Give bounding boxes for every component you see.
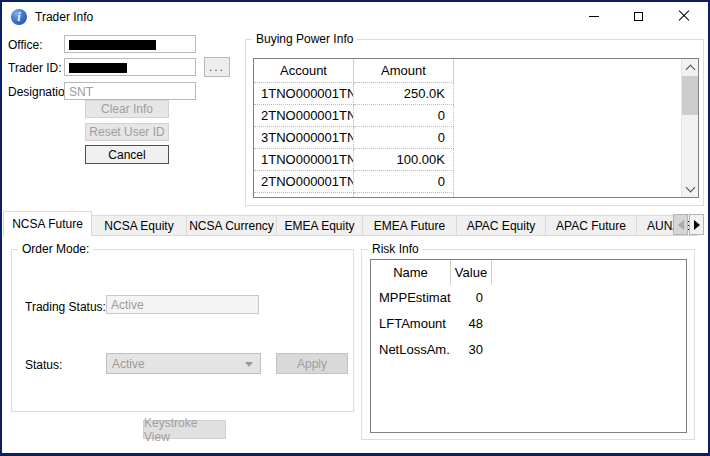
trader-id-value-redacted [69, 63, 127, 73]
designation-value: SNT [69, 85, 93, 99]
amount-cell: 0 [354, 171, 454, 193]
chevron-up-icon [686, 65, 696, 75]
apply-button[interactable]: Apply [276, 353, 348, 374]
trader-id-field[interactable] [64, 58, 196, 76]
office-field[interactable] [64, 35, 196, 53]
account-cell: 1TNO000001TN... [254, 149, 354, 171]
office-label: Office: [8, 38, 42, 52]
status-dropdown[interactable]: Active [106, 353, 261, 374]
account-cell: 2TNO000001TN... [254, 171, 354, 193]
trader-id-browse-button[interactable]: ... [204, 57, 230, 77]
column-header-account[interactable]: Account [254, 59, 354, 83]
tab-ncsa-equity[interactable]: NCSA Equity [91, 215, 187, 236]
buying-power-table: Account Amount 1TNO000001TN... 250.0K 2T… [253, 58, 699, 198]
chevron-down-icon [245, 362, 253, 367]
risk-value-cell: 0 [451, 285, 492, 311]
tab-emea-equity[interactable]: EMEA Equity [276, 215, 363, 236]
tab-apac-future[interactable]: APAC Future [545, 215, 637, 236]
close-icon [678, 10, 690, 22]
table-row[interactable]: NetLossAm... 30 [371, 337, 686, 363]
risk-info-table: Name Value MPPEstimate 0 LFTAmount 48 Ne… [370, 259, 687, 433]
risk-name-cell: MPPEstimate [371, 285, 451, 311]
window-title: Trader Info [35, 10, 93, 24]
designation-field[interactable]: SNT [64, 82, 196, 100]
status-label: Status: [25, 358, 62, 372]
table-row[interactable]: 3TNO000001TN... 7.500K [254, 193, 698, 198]
status-dropdown-value: Active [112, 357, 145, 371]
scrollbar-thumb[interactable] [682, 76, 699, 115]
table-row[interactable]: 3TNO000001TN... 0 [254, 127, 698, 149]
table-row[interactable]: 2TNO000001TN... 0 [254, 105, 698, 127]
buying-power-group: Buying Power Info Account Amount 1TNO000… [245, 39, 704, 206]
amount-cell: 250.0K [354, 83, 454, 105]
minimize-button[interactable] [571, 2, 616, 30]
risk-value-cell: 30 [451, 337, 492, 363]
region-tabstrip: NCSA Future NCSA Equity NCSA Currency EM… [4, 211, 698, 236]
reset-user-id-button[interactable]: Reset User ID [85, 123, 169, 141]
risk-name-cell: NetLossAm... [371, 337, 451, 363]
trader-id-label: Trader ID: [8, 61, 62, 75]
vertical-scrollbar[interactable] [681, 59, 698, 197]
risk-name-cell: LFTAmount [371, 311, 451, 337]
tab-scroll-left-button[interactable] [673, 214, 688, 235]
amount-cell: 0 [354, 127, 454, 149]
table-row[interactable]: MPPEstimate 0 [371, 285, 686, 311]
account-cell: 2TNO000001TN... [254, 105, 354, 127]
minimize-icon [589, 16, 599, 17]
info-icon: i [11, 9, 27, 25]
cancel-button[interactable]: Cancel [85, 145, 169, 164]
scroll-up-button[interactable] [682, 59, 699, 76]
close-button[interactable] [661, 2, 706, 30]
order-mode-group-title: Order Mode: [18, 242, 93, 256]
table-row[interactable]: LFTAmount 48 [371, 311, 686, 337]
column-header-amount[interactable]: Amount [354, 59, 454, 83]
amount-cell: 7.500K [354, 193, 454, 198]
office-value-redacted [69, 40, 156, 50]
arrow-left-icon [678, 220, 684, 230]
tab-ncsa-currency[interactable]: NCSA Currency [186, 215, 277, 236]
amount-cell: 100.00K [354, 149, 454, 171]
account-cell: 3TNO000001TN... [254, 193, 354, 198]
table-row[interactable]: 1TNO000001TN... 250.0K [254, 83, 698, 105]
titlebar[interactable]: i Trader Info [2, 2, 708, 31]
table-row[interactable]: 1TNO000001TN... 100.00K [254, 149, 698, 171]
keystroke-view-button[interactable]: Keystroke View [143, 420, 226, 439]
table-row[interactable]: 2TNO000001TN... 0 [254, 171, 698, 193]
tab-apac-equity[interactable]: APAC Equity [456, 215, 546, 236]
chevron-down-icon [686, 182, 696, 192]
column-header-name[interactable]: Name [371, 260, 451, 285]
trader-info-window: i Trader Info Office: Trader ID: ... Des… [0, 0, 710, 456]
trading-status-field[interactable]: Active [106, 295, 259, 314]
scroll-down-button[interactable] [682, 180, 699, 197]
maximize-button[interactable] [616, 2, 661, 30]
account-cell: 1TNO000001TN... [254, 83, 354, 105]
column-header-value[interactable]: Value [451, 260, 492, 285]
risk-info-group-title: Risk Info [368, 242, 423, 256]
tab-ncsa-future[interactable]: NCSA Future [3, 211, 92, 236]
risk-info-header: Name Value [371, 260, 686, 285]
clear-info-button[interactable]: Clear Info [85, 100, 169, 118]
risk-info-group: Risk Info Name Value MPPEstimate 0 LFTAm… [361, 249, 695, 440]
arrow-right-icon [694, 220, 700, 230]
buying-power-header: Account Amount [254, 59, 698, 83]
maximize-icon [634, 12, 643, 21]
risk-value-cell: 48 [451, 311, 492, 337]
tab-emea-future[interactable]: EMEA Future [362, 215, 457, 236]
buying-power-group-title: Buying Power Info [252, 32, 357, 46]
order-mode-group: Order Mode: Trading Status: Active Statu… [11, 249, 354, 412]
amount-cell: 0 [354, 105, 454, 127]
tab-scroll-right-button[interactable] [689, 214, 704, 235]
window-controls [571, 2, 706, 30]
trading-status-label: Trading Status: [25, 300, 106, 314]
account-cell: 3TNO000001TN... [254, 127, 354, 149]
